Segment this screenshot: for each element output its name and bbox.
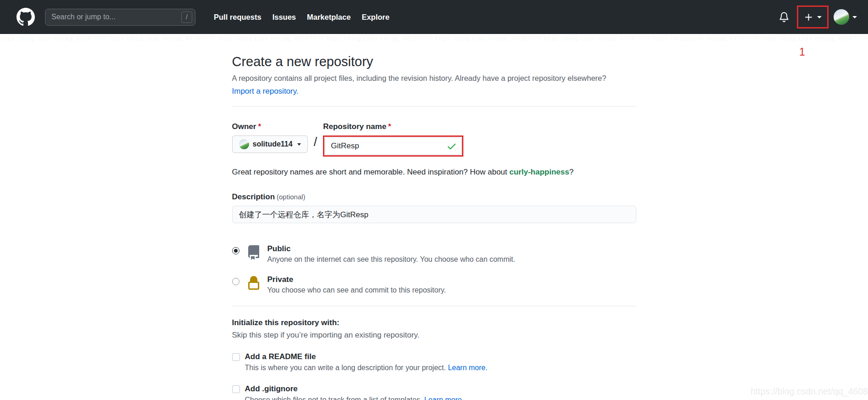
private-description: You choose who can see and commit to thi… (267, 286, 446, 294)
user-menu[interactable] (834, 9, 857, 25)
private-radio[interactable] (232, 278, 239, 285)
notifications-bell-icon[interactable] (779, 11, 790, 23)
initialize-heading: Initialize this repository with: (232, 318, 636, 327)
search-input[interactable] (45, 9, 195, 26)
owner-field: Owner* solitude114 (232, 122, 308, 153)
avatar (834, 9, 849, 25)
section-divider (232, 106, 636, 107)
private-option: Private You choose who can see and commi… (232, 275, 636, 294)
chevron-down-icon (297, 143, 301, 146)
owner-repo-separator: / (314, 135, 317, 149)
visibility-options: Public Anyone on the internet can see th… (232, 244, 636, 294)
page-title: Create a new repository (232, 54, 636, 69)
owner-avatar (239, 139, 249, 149)
private-title: Private (267, 275, 446, 284)
plus-icon (804, 12, 813, 22)
description-field: Description(optional) (232, 192, 636, 223)
required-asterisk: * (388, 122, 391, 131)
readme-learn-more-link[interactable]: Learn more. (448, 364, 487, 372)
readme-option: Add a README file This is where you can … (232, 352, 636, 372)
owner-select-button[interactable]: solitude114 (232, 135, 308, 153)
initialize-section: Initialize this repository with: Skip th… (232, 318, 636, 400)
lock-icon (246, 276, 261, 291)
description-input[interactable] (232, 206, 636, 223)
public-title: Public (267, 244, 515, 254)
repo-book-icon (246, 245, 261, 260)
chevron-down-icon (852, 16, 857, 18)
gitignore-label[interactable]: Add .gitignore (245, 384, 298, 394)
valid-check-icon (446, 141, 457, 152)
chevron-down-icon (817, 16, 822, 18)
gitignore-description: Choose which files not to track from a l… (245, 396, 636, 400)
gitignore-option: Add .gitignore Choose which files not to… (232, 384, 636, 400)
public-radio[interactable] (232, 247, 239, 254)
name-suggestion-text: Great repository names are short and mem… (232, 168, 636, 177)
private-option-text: Private You choose who can see and commi… (267, 275, 446, 294)
gitignore-learn-more-link[interactable]: Learn more. (424, 396, 464, 400)
repository-name-label: Repository name* (323, 122, 463, 131)
owner-name: solitude114 (253, 140, 293, 148)
github-logo-icon[interactable] (17, 8, 35, 26)
create-repository-form: Create a new repository A repository con… (232, 34, 636, 400)
gitignore-checkbox[interactable] (232, 385, 240, 393)
required-asterisk: * (258, 122, 261, 131)
owner-label: Owner* (232, 122, 308, 131)
initialize-subheading: Skip this step if you’re importing an ex… (232, 331, 636, 340)
section-divider (232, 306, 636, 306)
public-option: Public Anyone on the internet can see th… (232, 244, 636, 264)
navbar-links: Pull requests Issues Marketplace Explore (208, 13, 395, 22)
create-new-dropdown[interactable] (797, 6, 829, 28)
owner-repo-row: Owner* solitude114 / Repository name* (232, 122, 636, 157)
nav-link-marketplace[interactable]: Marketplace (301, 13, 356, 22)
global-search: / (45, 9, 195, 26)
top-navbar: / Pull requests Issues Marketplace Explo… (0, 0, 868, 34)
repository-name-input[interactable] (325, 137, 462, 155)
csdn-watermark: https://blog.csdn.net/qq_46087070 (751, 386, 868, 397)
readme-description: This is where you can write a long descr… (245, 364, 636, 372)
slash-shortcut-hint: / (181, 11, 192, 23)
suggested-name-link[interactable]: curly-happiness (509, 168, 569, 176)
import-repository-link[interactable]: Import a repository. (232, 87, 299, 96)
nav-link-issues[interactable]: Issues (267, 13, 301, 22)
nav-link-explore[interactable]: Explore (356, 13, 395, 22)
public-option-text: Public Anyone on the internet can see th… (267, 244, 515, 264)
annotation-step-number: 1 (799, 46, 805, 58)
readme-checkbox[interactable] (232, 353, 240, 361)
annotation-highlight-box (323, 135, 463, 157)
repository-name-field: Repository name* (323, 122, 463, 157)
description-label: Description(optional) (232, 192, 636, 202)
public-description: Anyone on the internet can see this repo… (267, 255, 515, 264)
optional-hint: (optional) (277, 193, 306, 201)
nav-link-pull-requests[interactable]: Pull requests (208, 13, 267, 22)
readme-label[interactable]: Add a README file (245, 352, 316, 361)
page-intro-text: A repository contains all project files,… (232, 74, 636, 83)
